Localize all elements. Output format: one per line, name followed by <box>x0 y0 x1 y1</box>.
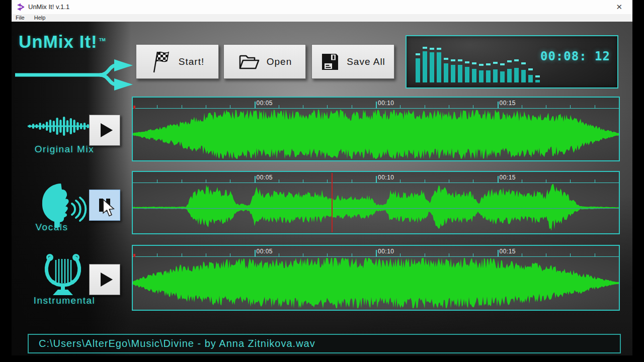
tick-mark <box>230 105 230 108</box>
open-button[interactable]: Open <box>223 44 306 79</box>
tick-mark <box>376 250 377 256</box>
menu-file[interactable]: File <box>12 14 29 21</box>
waveform-icon <box>28 113 93 144</box>
tick-mark <box>206 253 206 256</box>
tick-mark <box>425 105 425 108</box>
tick-mark <box>595 179 595 183</box>
screen: UnMix It! v.1.1 ✕ File Help UnMix It!TM <box>0 0 644 362</box>
tick-mark <box>279 179 279 183</box>
floppy-disk-icon <box>320 52 340 71</box>
tick-mark <box>230 179 230 183</box>
spectrum-bar <box>458 65 462 82</box>
tick-mark <box>376 102 377 108</box>
save-all-label: Save All <box>347 56 385 67</box>
waveform <box>133 109 619 160</box>
logo-trademark: TM <box>99 37 106 42</box>
spectrum-bar <box>486 70 491 82</box>
tick-mark <box>498 250 499 256</box>
spectrum-bar-cap <box>479 64 484 66</box>
tick-mark <box>327 105 328 108</box>
spectrum-bars <box>412 39 548 84</box>
waveform-panel-instrumental[interactable]: 00:0500:1000:15 <box>132 245 620 311</box>
play-button-instrumental[interactable] <box>89 264 120 295</box>
spectrum-bar-cap <box>437 48 441 50</box>
play-button-original-mix[interactable] <box>89 115 120 146</box>
tick-mark <box>255 102 256 108</box>
tick-mark <box>182 179 182 183</box>
file-path: C:\Users\AlterEgo\Music\Divine - by Anna… <box>39 335 315 352</box>
tick-mark <box>473 179 473 183</box>
waveform-panel-original-mix[interactable]: 00:0500:1000:15 <box>132 97 620 161</box>
close-button[interactable]: ✕ <box>613 0 625 14</box>
app-window: UnMix It!TM Start! <box>12 22 632 355</box>
tick-mark <box>425 179 425 183</box>
tick-mark <box>473 253 473 256</box>
tick-mark <box>546 179 546 183</box>
tick-mark <box>206 105 206 108</box>
tick-mark <box>255 250 256 256</box>
tick-mark <box>255 176 256 183</box>
tick-mark <box>279 105 279 108</box>
spectrum-bar-cap <box>458 59 462 61</box>
lyre-icon <box>38 253 88 301</box>
tick-mark <box>303 105 303 108</box>
time-label: 00:15 <box>500 174 516 181</box>
spectrum-bar-cap <box>528 68 533 70</box>
tick-mark <box>303 253 303 256</box>
spectrum-bar <box>437 52 441 82</box>
tick-mark <box>230 253 230 256</box>
tick-mark <box>206 179 206 183</box>
time-display: 00:08: 12 <box>540 49 610 63</box>
spectrum-bar <box>528 75 533 82</box>
spectrum-bar <box>444 63 448 82</box>
tick-mark <box>449 179 449 183</box>
letterbox-bottom <box>0 355 644 362</box>
track-label-vocals: Vocals <box>22 222 82 233</box>
save-all-button[interactable]: Save All <box>311 44 394 79</box>
mouse-cursor <box>102 199 116 217</box>
menu-help[interactable]: Help <box>30 14 50 21</box>
tick-mark <box>400 105 400 108</box>
tick-mark <box>352 253 352 256</box>
spectrum-bar <box>423 51 427 82</box>
tick-mark <box>522 105 522 108</box>
tick-mark <box>546 253 546 256</box>
menubar: File Help <box>12 14 632 22</box>
time-label: 00:05 <box>257 174 273 181</box>
tick-mark <box>522 253 522 256</box>
spectrum-bar <box>521 70 526 82</box>
checkered-flag-icon <box>150 50 172 74</box>
tick-mark <box>327 253 328 256</box>
open-folder-icon <box>237 52 260 71</box>
spectrum-bar <box>465 67 469 82</box>
tick-mark <box>449 253 449 256</box>
split-arrow-icon <box>15 57 136 93</box>
spectrum-bar <box>451 65 455 82</box>
tick-mark <box>570 105 571 108</box>
time-label: 00:10 <box>378 100 394 107</box>
tick-mark <box>449 105 449 108</box>
start-button[interactable]: Start! <box>136 44 219 79</box>
playhead[interactable] <box>332 173 333 232</box>
spectrum-bar <box>416 58 420 82</box>
tick-mark <box>400 179 400 183</box>
spectrum-bar-cap <box>423 47 427 49</box>
waveform <box>133 257 619 309</box>
titlebar: UnMix It! v.1.1 ✕ <box>12 0 632 14</box>
spectrum-bar-cap <box>465 61 469 63</box>
time-label: 00:10 <box>378 174 394 181</box>
time-label: 00:15 <box>500 100 516 107</box>
spectrum-bar-cap <box>444 58 448 60</box>
logo-text: UnMix It!TM <box>19 32 106 52</box>
play-icon <box>101 273 113 287</box>
tick-mark <box>182 253 182 256</box>
time-label: 00:05 <box>257 100 273 107</box>
waveform-panel-vocals[interactable]: 00:0500:1000:15 <box>132 171 620 234</box>
tick-mark <box>157 105 157 108</box>
spectrum-bar <box>514 68 519 82</box>
tick-mark <box>570 179 571 183</box>
tick-mark <box>595 253 595 256</box>
file-path-box: C:\Users\AlterEgo\Music\Divine - by Anna… <box>28 334 621 353</box>
app-logo: UnMix It!TM <box>15 31 136 94</box>
play-icon <box>101 123 113 137</box>
